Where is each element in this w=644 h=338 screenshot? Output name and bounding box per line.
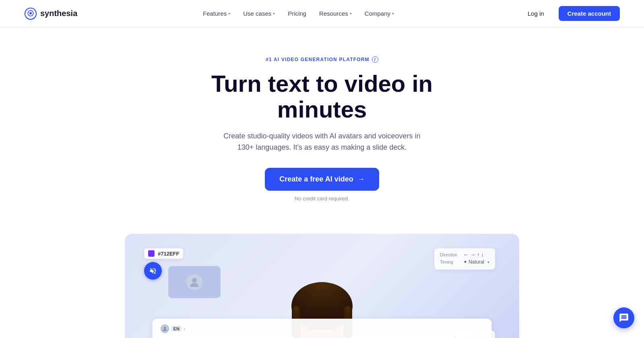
caption-text: Hey, I’m over 160 AI avatars a ynthesia.: [161, 336, 484, 338]
chevron-down-icon[interactable]: ▾: [487, 260, 489, 264]
demo-ui: #712EFF Direction ← →: [125, 234, 519, 338]
nav-actions: Log in Create account: [520, 6, 620, 21]
arrow-icon: →: [357, 175, 365, 183]
timing-label: Timing: [440, 260, 460, 264]
nav-company[interactable]: Company ▾: [359, 7, 400, 20]
mute-icon: [149, 267, 157, 275]
direction-timing-panel: Direction ← → ↑ ↓ Timing ✦ Natural ▾: [434, 248, 495, 270]
demo-container: #712EFF Direction ← →: [117, 234, 527, 338]
avatar-image: [186, 274, 202, 290]
chevron-down-icon: ▾: [273, 11, 275, 16]
hero-subtitle: Create studio-quality videos with AI ava…: [217, 130, 427, 154]
svg-point-1: [192, 278, 197, 283]
speaker-avatar: [161, 324, 169, 333]
timing-row: Timing ✦ Natural ▾: [440, 259, 489, 265]
avatar-thumbnail[interactable]: [168, 266, 221, 298]
color-swatch: [148, 250, 155, 257]
arrow-left-icon[interactable]: ←: [463, 251, 469, 258]
info-icon: i: [372, 56, 378, 63]
hero-title: Turn text to video in minutes: [177, 71, 467, 122]
avatar-small-icon: [162, 326, 168, 332]
no-credit-text: No credit card required.: [8, 196, 636, 202]
navigation: synthesia Features ▾ Use cases ▾ Pricing…: [0, 0, 644, 27]
nav-use-cases[interactable]: Use cases ▾: [237, 7, 281, 20]
color-hex-value: #712EFF: [158, 251, 179, 257]
login-button[interactable]: Log in: [520, 7, 552, 20]
timing-value: ✦ Natural: [463, 259, 484, 265]
hero-badge: #1 AI VIDEO GENERATION PLATFORM i: [266, 56, 378, 63]
logo-text: synthesia: [40, 9, 77, 18]
nav-resources[interactable]: Resources ▾: [314, 7, 357, 20]
cta-button[interactable]: Create a free AI video →: [265, 168, 379, 191]
chat-icon: [619, 313, 629, 323]
mute-button[interactable]: [144, 262, 162, 280]
direction-arrows: ← → ↑ ↓: [463, 251, 484, 258]
arrow-up-icon[interactable]: ↑: [477, 251, 480, 258]
hero-section: #1 AI VIDEO GENERATION PLATFORM i Turn t…: [0, 27, 644, 222]
nav-links: Features ▾ Use cases ▾ Pricing Resources…: [197, 7, 400, 20]
badge-text: #1 AI VIDEO GENERATION PLATFORM: [266, 57, 369, 62]
nav-pricing[interactable]: Pricing: [282, 7, 312, 20]
chat-support-button[interactable]: [613, 307, 634, 328]
chevron-down-icon: ▾: [350, 11, 352, 16]
color-picker[interactable]: #712EFF: [144, 248, 183, 259]
direction-label: Direction: [440, 252, 460, 257]
chevron-down-icon: ▾: [228, 11, 230, 16]
create-account-button[interactable]: Create account: [559, 6, 620, 21]
caption-arrow-icon: ›: [184, 326, 185, 331]
logo[interactable]: synthesia: [24, 7, 77, 20]
synthesia-logo-icon: [24, 7, 37, 20]
chevron-down-icon: ▾: [392, 11, 394, 16]
nav-features[interactable]: Features ▾: [197, 7, 236, 20]
arrow-down-icon[interactable]: ↓: [481, 251, 484, 258]
direction-row: Direction ← → ↑ ↓: [440, 251, 489, 258]
svg-point-0: [29, 12, 32, 14]
caption-panel: EN › Hey, I’m over 160 AI avatars a ynth…: [153, 319, 492, 338]
cta-label: Create a free AI video: [279, 175, 353, 183]
language-badge: EN: [171, 326, 182, 332]
avatar-silhouette: [188, 276, 200, 288]
caption-lang-selector[interactable]: EN ›: [161, 324, 185, 333]
svg-point-11: [164, 327, 166, 329]
arrow-right-icon[interactable]: →: [470, 251, 475, 258]
